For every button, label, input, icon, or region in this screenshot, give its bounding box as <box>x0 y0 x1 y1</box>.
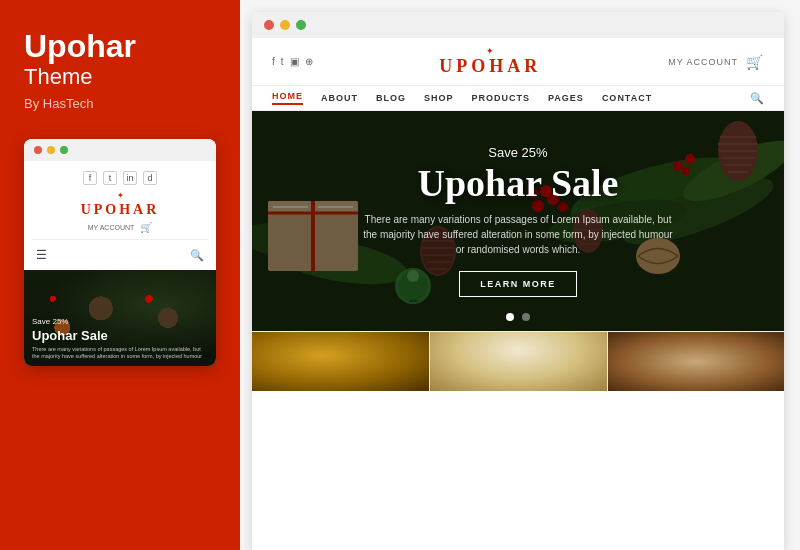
mobile-divider <box>32 239 208 240</box>
mobile-dot-yellow <box>47 146 55 154</box>
mobile-social-icons: f t in d <box>32 171 208 185</box>
hero-dots <box>506 313 530 321</box>
mobile-save-text: Save 25% <box>32 317 208 326</box>
mobile-search-icon[interactable]: 🔍 <box>190 249 204 262</box>
desktop-logo: UPOHAR <box>439 56 541 77</box>
desktop-nav-pages[interactable]: PAGES <box>548 93 584 103</box>
thumbnail-2[interactable] <box>429 332 606 391</box>
desktop-nav-about[interactable]: ABOUT <box>321 93 358 103</box>
mobile-content: f t in d ✦ UPOHAR MY ACCOUNT 🛒 ☰ 🔍 <box>24 161 216 266</box>
desktop-dribbble-icon[interactable]: ⊕ <box>305 56 313 67</box>
desktop-nav-contact[interactable]: CONTACT <box>602 93 652 103</box>
thumbnail-gold-bg <box>252 332 429 391</box>
left-panel: Upohar Theme By HasTech f t in d ✦ UPOHA… <box>0 0 240 550</box>
desktop-browser: f t ▣ ⊕ ✦ UPOHAR MY ACCOUNT 🛒 HOME ABOUT <box>252 12 784 550</box>
hero-content: Save 25% Upohar Sale There are many vari… <box>358 145 678 297</box>
desktop-browser-bar <box>252 12 784 38</box>
thumbnail-brown-bg <box>607 332 784 391</box>
mobile-dribbble-icon: d <box>143 171 157 185</box>
desktop-nav-blog[interactable]: BLOG <box>376 93 406 103</box>
desktop-nav-home[interactable]: HOME <box>272 91 303 105</box>
desktop-thumbnails <box>252 331 784 391</box>
mobile-browser-bar <box>24 139 216 161</box>
theme-by: By HasTech <box>24 96 93 111</box>
desktop-site: f t ▣ ⊕ ✦ UPOHAR MY ACCOUNT 🛒 HOME ABOUT <box>252 38 784 550</box>
mobile-dot-red <box>34 146 42 154</box>
mobile-nav-row: ☰ 🔍 <box>32 244 208 266</box>
mobile-hero-text: Save 25% Upohar Sale There are many vari… <box>32 317 208 360</box>
desktop-dot-yellow <box>280 20 290 30</box>
mobile-preview: f t in d ✦ UPOHAR MY ACCOUNT 🛒 ☰ 🔍 Save … <box>24 139 216 366</box>
hero-learn-more-button[interactable]: LEARN MORE <box>459 271 577 297</box>
thumbnail-3[interactable] <box>607 332 784 391</box>
mobile-hero: Save 25% Upohar Sale There are many vari… <box>24 270 216 366</box>
mobile-account-row: MY ACCOUNT 🛒 <box>32 222 208 233</box>
right-panel: f t ▣ ⊕ ✦ UPOHAR MY ACCOUNT 🛒 HOME ABOUT <box>240 0 800 550</box>
desktop-cart-icon[interactable]: 🛒 <box>746 54 764 70</box>
hero-main-title: Upohar Sale <box>358 164 678 202</box>
mobile-facebook-icon: f <box>83 171 97 185</box>
theme-subtitle: Theme <box>24 64 92 90</box>
desktop-nav-products[interactable]: PRODUCTS <box>472 93 531 103</box>
mobile-logo: UPOHAR <box>32 202 208 218</box>
mobile-twitter-icon: t <box>103 171 117 185</box>
theme-title: Upohar <box>24 30 136 62</box>
hero-dot-1[interactable] <box>506 313 514 321</box>
mobile-logo-icon: ✦ <box>32 191 208 200</box>
desktop-facebook-icon[interactable]: f <box>272 56 275 67</box>
desktop-header: f t ▣ ⊕ ✦ UPOHAR MY ACCOUNT 🛒 <box>252 38 784 86</box>
hero-dot-2[interactable] <box>522 313 530 321</box>
mobile-hamburger-icon[interactable]: ☰ <box>36 248 47 262</box>
thumbnail-1[interactable] <box>252 332 429 391</box>
desktop-account-label[interactable]: MY ACCOUNT <box>668 57 738 67</box>
desktop-instagram-icon[interactable]: ▣ <box>290 56 299 67</box>
mobile-dot-green <box>60 146 68 154</box>
mobile-sale-title: Upohar Sale <box>32 328 108 343</box>
desktop-social-icons: f t ▣ ⊕ <box>272 56 313 67</box>
desktop-dot-green <box>296 20 306 30</box>
desktop-logo-star-icon: ✦ <box>439 46 541 56</box>
hero-save-text: Save 25% <box>358 145 678 160</box>
mobile-cart-icon: 🛒 <box>140 222 152 233</box>
desktop-logo-wrap: ✦ UPOHAR <box>439 46 541 77</box>
desktop-twitter-icon[interactable]: t <box>281 56 284 67</box>
thumbnail-light-bg <box>429 332 606 391</box>
mobile-hero-desc: There are many variations of passages of… <box>32 346 208 360</box>
mobile-account-label: MY ACCOUNT <box>88 224 135 231</box>
desktop-search-icon[interactable]: 🔍 <box>750 92 764 105</box>
desktop-nav-shop[interactable]: SHOP <box>424 93 454 103</box>
hero-description: There are many variations of passages of… <box>358 212 678 257</box>
desktop-nav: HOME ABOUT BLOG SHOP PRODUCTS PAGES CONT… <box>252 86 784 111</box>
mobile-instagram-icon: in <box>123 171 137 185</box>
desktop-dot-red <box>264 20 274 30</box>
desktop-account-area: MY ACCOUNT 🛒 <box>668 54 764 70</box>
desktop-hero: Save 25% Upohar Sale There are many vari… <box>252 111 784 331</box>
